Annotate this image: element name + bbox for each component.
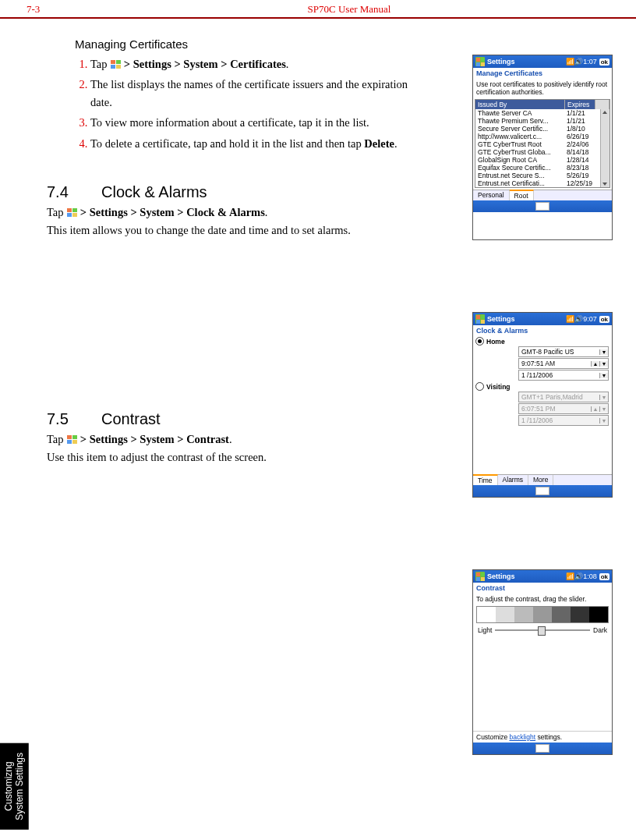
table-header: Issued By Expires [475,100,610,109]
device-screenshot-clock: Settings 📶 🔊 9:07 ok Clock & Alarms Home… [472,312,613,498]
chevron-down-icon[interactable]: ▼ [599,395,608,400]
home-row[interactable]: Home [473,336,612,346]
ok-button[interactable]: ok [599,58,610,66]
tab-alarms[interactable]: Alarms [498,475,528,485]
radio-home[interactable] [475,337,484,346]
contrast-slider[interactable]: Light Dark [473,625,612,636]
signal-icon: 📶 [566,315,574,323]
tab-time[interactable]: Time [473,474,498,485]
cell-issuer: GlobalSign Root CA [475,156,564,164]
step-2: The list displays the names of the certi… [90,76,421,111]
clock-time: 9:07 [583,315,597,323]
light-label: Light [478,626,492,634]
home-date-field[interactable]: 1 /11/2006▼ [518,370,609,381]
table-row[interactable]: Entrust.net Certificati...12/25/19 [475,179,600,187]
start-icon[interactable] [475,572,485,581]
start-icon[interactable] [475,314,485,324]
backlight-link[interactable]: backlight [510,733,536,741]
title-bar: Settings 📶 🔊 1:07 ok [473,55,612,68]
contrast-path: Tap > Settings > System > Contrast. [47,431,421,448]
side-tab: Customizng System Settings [0,743,29,830]
clock-time: 1:07 [583,58,597,66]
cell-expires: 1/28/14 [564,156,600,164]
table-row[interactable]: GlobalSign Root CA1/28/14 [475,156,600,164]
cert-blurb: Use root certificates to positively iden… [473,79,612,97]
spinner-down-icon[interactable]: ▼ [599,406,608,412]
table-row[interactable]: http://www.valicert.c...6/26/19 [475,133,600,140]
spinner-up-icon[interactable]: ▲ [591,406,599,412]
visiting-row[interactable]: Visiting [473,381,612,392]
cell-expires: 5/26/19 [564,172,600,179]
keyboard-icon[interactable] [535,202,549,211]
spinner-up-icon[interactable]: ▲ [591,361,599,367]
section-7-4-heading: 7.4Clock & Alarms [47,183,421,201]
contrast-desc: Use this item to adjust the contrast of … [47,449,421,466]
visiting-time-field[interactable]: 6:07:51 PM▲▼ [518,403,609,414]
cell-expires: 8/23/18 [564,164,600,172]
clock-desc: This item allows you to change the date … [47,222,421,239]
visiting-timezone[interactable]: GMT+1 Paris,Madrid▼ [518,392,609,402]
screen-subtitle: Contrast [473,583,612,594]
home-time-field[interactable]: 9:07:51 AM▲▼ [518,358,609,369]
table-row[interactable]: Thawte Premium Serv...1/1/21 [475,117,600,125]
col-issued-by[interactable]: Issued By [475,100,565,109]
certificate-steps: Tap > Settings > System > Certificates. … [75,55,421,152]
spinner-down-icon[interactable]: ▼ [599,361,608,367]
window-title: Settings [487,58,566,66]
manual-title: SP70C User Manual [89,3,610,16]
home-timezone[interactable]: GMT-8 Pacific US▼ [518,346,609,357]
visiting-fields: GMT+1 Paris,Madrid▼ 6:07:51 PM▲▼ 1 /11/2… [518,392,609,426]
visiting-date-field[interactable]: 1 /11/2006▼ [518,415,609,426]
tab-personal[interactable]: Personal [473,190,510,200]
cell-expires: 6/26/19 [564,133,600,140]
keyboard-icon[interactable] [535,487,549,495]
window-title: Settings [487,315,566,323]
table-row[interactable]: Thawte Server CA1/1/21 [475,109,600,117]
tab-root[interactable]: Root [510,190,534,200]
screen-subtitle: Manage Certificates [473,68,612,79]
slider-track[interactable] [495,629,590,631]
cell-issuer: Entrust.net Certificati... [475,179,564,187]
certificate-table: Issued By Expires Thawte Server CA1/1/21… [475,99,610,188]
col-expires[interactable]: Expires [565,100,595,109]
home-label: Home [486,338,519,346]
ok-button[interactable]: ok [599,573,610,580]
tab-more[interactable]: More [528,475,553,485]
cell-issuer: Equifax Secure Certific... [475,164,564,172]
soft-key-bar [473,485,612,497]
cell-issuer: Thawte Server CA [475,109,564,117]
page-header: 7-3 SP70C User Manual [0,0,636,19]
screen-subtitle: Clock & Alarms [473,325,612,336]
chevron-down-icon[interactable]: ▼ [599,349,608,355]
step-1: Tap > Settings > System > Certificates. [90,55,421,73]
start-icon [66,207,77,217]
device-screenshot-certificates: Settings 📶 🔊 1:07 ok Manage Certificates… [472,55,613,240]
table-row[interactable]: Secure Server Certific...1/8/10 [475,125,600,133]
start-icon[interactable] [475,57,485,66]
clock-time: 1:08 [583,572,597,580]
page-ref: 7-3 [26,3,89,16]
cell-expires: 1/1/21 [564,109,600,117]
cell-expires: 1/8/10 [564,125,600,133]
visiting-label: Visiting [486,383,519,391]
cell-issuer: Secure Server Certific... [475,125,564,133]
radio-visiting[interactable] [475,382,484,391]
table-row[interactable]: Entrust.net Secure S...5/26/19 [475,172,600,179]
table-row[interactable]: Equifax Secure Certific...8/23/18 [475,164,600,172]
ok-button[interactable]: ok [599,316,610,323]
step-3: To view more information about a certifi… [90,114,421,131]
cell-issuer: GTE CyberTrust Root [475,140,564,148]
managing-certificates-heading: Managing Certificates [75,37,421,51]
keyboard-icon[interactable] [535,744,549,753]
title-bar: Settings 📶 🔊 9:07 ok [473,313,612,325]
chevron-down-icon[interactable]: ▼ [599,373,608,378]
cell-issuer: http://www.valicert.c... [475,133,564,140]
section-7-5-heading: 7.5Contrast [47,410,421,428]
slider-thumb[interactable] [538,626,546,636]
table-row[interactable]: GTE CyberTrust Root2/24/06 [475,140,600,148]
table-row[interactable]: GTE CyberTrust Globa...8/14/18 [475,148,600,156]
step-4: To delete a certificate, tap and hold it… [90,135,421,152]
title-bar: Settings 📶 🔊 1:08 ok [473,570,612,583]
chevron-down-icon[interactable]: ▼ [599,418,608,424]
scrollbar[interactable] [600,109,610,187]
